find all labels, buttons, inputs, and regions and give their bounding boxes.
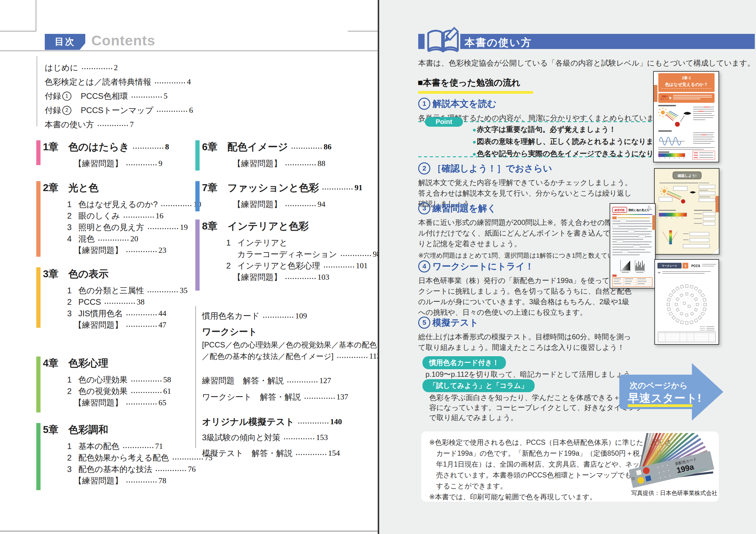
toc-item: 【練習問題】78 (36, 475, 201, 487)
decor (704, 303, 707, 306)
dot-leader (304, 396, 335, 400)
item-label: 【練習問題】 (74, 245, 123, 256)
item-label: 【練習問題】 (233, 158, 282, 169)
item-label: 【練習問題】 (74, 158, 123, 169)
dot-leader (131, 390, 161, 394)
toc-contents-title: Contents (91, 32, 155, 49)
howto-page: 本書の使い方 本書は、色彩検定協会が公開している「各級の内容と試験レベル」にもと… (379, 0, 756, 534)
badge-body: 色彩を学ぶ面白さを知ったり、学んだことを体感できる＋αの内容になっています。コー… (429, 392, 643, 422)
page-number: 140 (330, 417, 342, 426)
page-number: 16 (156, 211, 164, 221)
toc-item: 【練習問題】65 (36, 397, 201, 409)
page-number: 35 (180, 286, 187, 295)
chapter-heading: 4章色彩心理 (36, 355, 201, 371)
decor (683, 302, 686, 305)
page-number: 103 (317, 273, 329, 282)
color-card-photo: 新配色カード 199a (628, 433, 718, 489)
decor (686, 314, 688, 316)
thumb-practice-title: 照明と色の見え方 (628, 209, 649, 212)
item-label: 色彩検定とは／読者特典情報 (45, 76, 151, 87)
item-number: 2 (226, 261, 237, 271)
dot-leader (126, 312, 157, 317)
header-divider (0, 50, 378, 51)
chapter-number: 7章 (202, 181, 228, 195)
toc-badge: 目次 (45, 34, 85, 50)
item-number: 1 (226, 238, 237, 248)
dot-leader (126, 162, 157, 167)
item-label: 色はなぜ見えるのか? (78, 199, 157, 210)
dot-leader (323, 265, 354, 269)
intro-text: 本書は、色彩検定協会が公開している「各級の内容と試験レベル」にもとづいて構成して… (418, 58, 755, 68)
page-bottom-edge (0, 531, 378, 532)
item-label: インテリアと (237, 237, 287, 248)
item-label: 付録 (45, 105, 61, 116)
item-number: 3 (67, 465, 78, 474)
chapter-items: 1色の心理効果582色の視覚効果61【練習問題】65 (36, 374, 201, 409)
item-label: PCCSトーンマップ (72, 105, 153, 116)
item-label: 色の視覚効果 (78, 386, 128, 397)
chapter-color-bar (36, 181, 40, 257)
dot-leader (126, 324, 157, 328)
dot-leader (298, 421, 328, 425)
chapter-block: 8章インテリアと色彩1インテリアとカラーコーディネーション982インテリアと色彩… (195, 218, 360, 283)
page-number: 65 (158, 398, 166, 407)
chapter-title: 色の表示 (68, 267, 109, 281)
dot-leader (322, 187, 353, 191)
page-number: 38 (137, 298, 145, 307)
chapter-color-bar (195, 220, 200, 291)
arrow-line1: 次のページから (630, 381, 688, 390)
decor (612, 250, 645, 250)
chapter-title: インテリアと色彩 (228, 220, 309, 233)
chapter-block: 5章色彩調和1基本の配色712配色効果から考える配色753配色の基本的な技法76… (36, 422, 201, 487)
toc-intro-list: はじめに2色彩検定とは／読者特典情報4付録1 PCCS色相環5付録2 PCCSト… (45, 61, 193, 132)
item-label: 【練習問題】 (233, 272, 282, 283)
item-label: ／配色の基本的な技法／配色イメージ] (202, 351, 334, 361)
decor (703, 298, 706, 302)
section-title: 解説本文を読む (432, 98, 496, 110)
chapter-heading: 5章色彩調和 (36, 422, 201, 438)
dot-leader (337, 355, 367, 359)
chapter-title: 色のはたらき (68, 140, 129, 154)
toc-item: 3JIS慣用色名44 (36, 308, 201, 319)
decor (703, 307, 706, 311)
decor (612, 236, 652, 237)
item-label: 3級試験の傾向と対策 (202, 432, 280, 443)
decor (690, 285, 693, 288)
dot-leader (126, 249, 157, 254)
dot-leader (291, 146, 322, 150)
section-heading: 5模擬テスト (418, 316, 669, 329)
thumb-check-page: 確認しよう! (654, 168, 719, 254)
item-label: PCCS色相環 (72, 91, 128, 102)
item-label: ワークシート (202, 326, 257, 338)
page-number: 78 (158, 476, 166, 485)
section-number: 3 (418, 202, 430, 214)
toc-appendix-item: ワークシート (202, 326, 369, 337)
toc-item: 2眼のしくみ16 (36, 210, 201, 222)
toc-intro-item: はじめに2 (45, 61, 193, 75)
dot-leader (154, 81, 185, 85)
toc-item: 【練習問題】94 (195, 199, 360, 210)
decor (675, 303, 677, 306)
thumb-practice-page: 練習問題 照明と色の見え方 (609, 203, 656, 288)
decor (688, 305, 690, 307)
page-number: 7 (130, 120, 134, 129)
toc-item: 3照明と色の見え方19 (36, 222, 201, 233)
toc-intro-item: 本書の使い方7 (45, 117, 193, 132)
badge-body-line: で取り組んでみましょう。 (429, 413, 643, 422)
badge-body-line: 色彩を学ぶ面白さを知ったり、学んだことを体感できる＋αの内 (429, 392, 643, 402)
toc-item: 1色はなぜ見えるのか?10 (36, 199, 201, 210)
chapter-heading: 7章ファッションと色彩91 (195, 180, 360, 196)
item-label: 【練習問題】 (74, 397, 123, 408)
chapter-block: 4章色彩心理1色の心理効果582色の視覚効果61【練習問題】65 (36, 355, 201, 409)
section-number: 2 (418, 162, 430, 174)
chapter-heading: 2章光と色 (36, 180, 201, 196)
chapter-items: 1基本の配色712配色効果から考える配色753配色の基本的な技法76【練習問題】… (36, 441, 201, 487)
dot-leader (285, 162, 316, 167)
dot-leader (161, 203, 191, 207)
section-heading: 2［確認しよう！］でおさらい (418, 162, 669, 175)
thumb-check-title: 確認しよう! (677, 174, 696, 178)
body-line: 解説本文で覚えた内容を理解できているかチェックしましょう。 (418, 177, 669, 188)
toc-item: 【練習問題】88 (195, 158, 360, 169)
decor (612, 247, 652, 247)
intro-rule (37, 56, 37, 126)
